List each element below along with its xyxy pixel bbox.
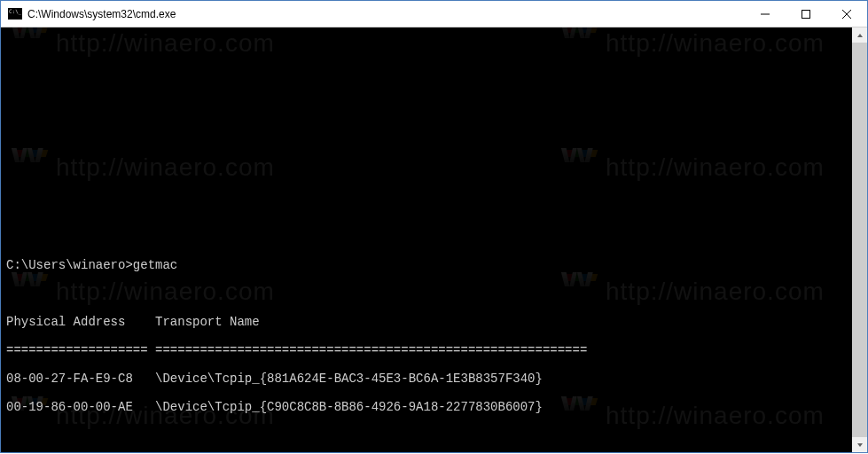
terminal-output: C:\Users\winaero>getmac Physical Address… bbox=[6, 215, 864, 452]
output-line bbox=[6, 286, 864, 301]
output-line: 00-19-86-00-00-AE \Device\Tcpip_{C90C8C8… bbox=[6, 400, 864, 414]
watermark-text: http://winaero.com bbox=[606, 160, 825, 175]
window-controls bbox=[745, 1, 867, 27]
scroll-up-button[interactable] bbox=[852, 27, 867, 43]
window-title: C:\Windows\system32\cmd.exe bbox=[27, 8, 745, 20]
svg-rect-1 bbox=[802, 10, 810, 18]
scroll-down-button[interactable] bbox=[852, 437, 867, 452]
scrollbar-thumb[interactable] bbox=[852, 43, 867, 437]
close-button[interactable] bbox=[826, 1, 867, 27]
minimize-button[interactable] bbox=[745, 1, 786, 27]
output-line bbox=[6, 230, 864, 244]
watermark-text: http://winaero.com bbox=[606, 36, 825, 51]
watermark-text: http://winaero.com bbox=[56, 36, 275, 51]
output-line: =================== ====================… bbox=[6, 343, 864, 357]
cmd-window: C:\Windows\system32\cmd.exe W http://win… bbox=[0, 0, 868, 453]
command: getmac bbox=[133, 258, 177, 272]
output-line: C:\Users\winaero>getmac bbox=[6, 258, 864, 272]
scrollbar-track[interactable] bbox=[852, 43, 867, 437]
output-line: Physical Address Transport Name bbox=[6, 315, 864, 329]
terminal-area[interactable]: W http://winaero.com W http://winaero.co… bbox=[1, 27, 867, 452]
output-line bbox=[6, 428, 864, 442]
titlebar[interactable]: C:\Windows\system32\cmd.exe bbox=[1, 1, 867, 27]
vertical-scrollbar[interactable] bbox=[852, 27, 867, 452]
output-line: 08-00-27-FA-E9-C8 \Device\Tcpip_{881A624… bbox=[6, 372, 864, 386]
maximize-button[interactable] bbox=[786, 1, 826, 27]
cmd-icon bbox=[8, 8, 22, 20]
prompt: C:\Users\winaero> bbox=[6, 258, 133, 272]
watermark-text: http://winaero.com bbox=[56, 160, 275, 175]
